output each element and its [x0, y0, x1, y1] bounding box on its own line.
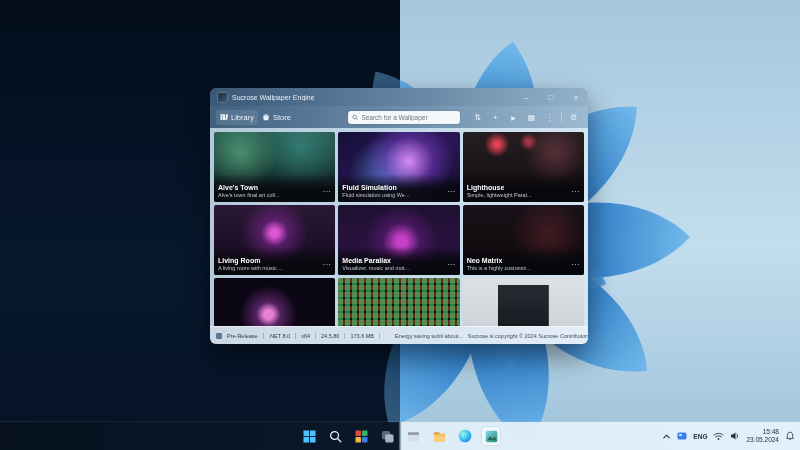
- wallpaper-card-lighthouse[interactable]: Lighthouse Simple, lightweight Paral... …: [463, 132, 584, 202]
- taskbar-center-icons: [300, 422, 500, 450]
- status-memory-usage: 173.6 MB: [350, 333, 380, 339]
- notification-bell-icon[interactable]: [785, 431, 795, 441]
- search-input[interactable]: [361, 114, 456, 121]
- window-titlebar: Sucrose Wallpaper Engine – □ ×: [210, 88, 588, 106]
- app-window-icon: [407, 430, 420, 443]
- tab-library[interactable]: Library: [216, 110, 258, 125]
- status-copyright: Sucrose is copyright © 2024 Sucrose Cont…: [468, 333, 588, 339]
- file-explorer-icon: [433, 430, 446, 443]
- status-release-channel: Pre-Release: [227, 333, 264, 339]
- tray-time: 15:48: [746, 428, 779, 436]
- layout-button[interactable]: ▦: [523, 109, 540, 125]
- widgets-icon: [355, 430, 368, 443]
- maximize-button[interactable]: □: [541, 88, 561, 106]
- search-icon: [329, 430, 342, 443]
- toolbar-divider: [561, 112, 562, 122]
- card-label-overlay: Alve's Town Alve's town final art coll..…: [214, 174, 335, 202]
- app-window-button[interactable]: [404, 427, 422, 445]
- windows-start-icon: [303, 430, 316, 443]
- card-subtitle: Visualizer, music and mot...: [342, 265, 409, 272]
- card-label-overlay: Media Parallax Visualizer, music and mot…: [338, 247, 459, 275]
- wallpaper-card-fluid-simulation[interactable]: Fluid Simulation Fluid simulation using …: [338, 132, 459, 202]
- edge-icon: [458, 429, 472, 443]
- window-statusbar: Pre-Release .NET 8.0 x64 24.5.80 173.6 M…: [210, 326, 588, 344]
- card-subtitle: Simple, lightweight Paral...: [467, 192, 532, 199]
- tray-date: 23.05.2024: [746, 436, 779, 444]
- sucrose-app-taskbar-button[interactable]: [482, 427, 500, 445]
- status-architecture: x64: [301, 333, 316, 339]
- card-title: Alve's Town: [218, 184, 280, 193]
- play-button[interactable]: ▶: [505, 109, 522, 125]
- wallpaper-card-alves-town[interactable]: Alve's Town Alve's town final art coll..…: [214, 132, 335, 202]
- edge-browser-button[interactable]: [456, 427, 474, 445]
- card-label-overlay: Neo Matrix This is a highly customiz... …: [463, 247, 584, 275]
- wallpaper-card-jellyfish-partial[interactable]: [214, 278, 335, 326]
- card-subtitle: A living room with music ...: [218, 265, 283, 272]
- card-subtitle: Fluid simulation using We...: [342, 192, 409, 199]
- wallpaper-grid: Alve's Town Alve's town final art coll..…: [210, 128, 588, 326]
- card-title: Lighthouse: [467, 184, 532, 193]
- wallpaper-card-media-parallax[interactable]: Media Parallax Visualizer, music and mot…: [338, 205, 459, 275]
- card-label-overlay: Lighthouse Simple, lightweight Paral... …: [463, 174, 584, 202]
- taskbar: ENG 15:48 23.05.2024: [0, 422, 800, 450]
- window-title: Sucrose Wallpaper Engine: [232, 94, 511, 101]
- file-explorer-button[interactable]: [430, 427, 448, 445]
- network-wifi-icon[interactable]: [713, 431, 724, 441]
- wallpaper-card-living-room[interactable]: Living Room A living room with music ...…: [214, 205, 335, 275]
- add-wallpaper-button[interactable]: +: [487, 109, 504, 125]
- close-button[interactable]: ×: [566, 88, 586, 106]
- card-menu-icon[interactable]: ···: [323, 261, 332, 272]
- tray-chevron-up-icon[interactable]: [662, 432, 671, 441]
- task-view-icon: [381, 430, 394, 443]
- status-version: 24.5.80: [321, 333, 345, 339]
- card-menu-icon[interactable]: ···: [572, 188, 581, 199]
- card-title: Living Room: [218, 257, 283, 266]
- tray-app-icon[interactable]: [677, 431, 687, 441]
- card-title: Media Parallax: [342, 257, 409, 266]
- status-message: Energy saving subtl about...: [395, 333, 463, 339]
- card-title: Fluid Simulation: [342, 184, 409, 193]
- task-view-button[interactable]: [378, 427, 396, 445]
- card-menu-icon[interactable]: ···: [447, 188, 456, 199]
- settings-button[interactable]: ⚙: [565, 109, 582, 125]
- search-icon: [352, 114, 358, 121]
- start-button[interactable]: [300, 427, 318, 445]
- sucrose-app-window: Sucrose Wallpaper Engine – □ × Library S…: [210, 88, 588, 344]
- card-label-overlay: Living Room A living room with music ...…: [214, 247, 335, 275]
- card-menu-icon[interactable]: ···: [447, 261, 456, 272]
- wallpaper-card-neo-matrix[interactable]: Neo Matrix This is a highly customiz... …: [463, 205, 584, 275]
- more-options-button[interactable]: ⋮: [541, 109, 558, 125]
- wallpaper-card-periodic-table-partial[interactable]: [338, 278, 459, 326]
- taskbar-search-button[interactable]: [326, 427, 344, 445]
- app-logo-icon: [218, 93, 227, 102]
- tab-store-label: Store: [273, 113, 291, 122]
- library-icon: [220, 113, 228, 121]
- card-label-overlay: Fluid Simulation Fluid simulation using …: [338, 174, 459, 202]
- card-title: Neo Matrix: [467, 257, 531, 266]
- system-tray: ENG 15:48 23.05.2024: [662, 422, 795, 450]
- sucrose-app-icon: [485, 430, 498, 443]
- sort-button[interactable]: ⇅: [469, 109, 486, 125]
- tab-store[interactable]: Store: [258, 110, 295, 125]
- volume-icon[interactable]: [730, 431, 740, 441]
- wallpaper-search[interactable]: [348, 111, 460, 124]
- language-indicator[interactable]: ENG: [693, 433, 707, 440]
- prerelease-badge-icon: [216, 333, 222, 339]
- toolbar: ⇅ + ▶ ▦ ⋮ ⚙: [469, 109, 582, 125]
- widgets-button[interactable]: [352, 427, 370, 445]
- wallpaper-card-motherboard-partial[interactable]: [463, 278, 584, 326]
- minimize-button[interactable]: –: [516, 88, 536, 106]
- status-runtime: .NET 8.0: [269, 333, 297, 339]
- card-subtitle: This is a highly customiz...: [467, 265, 531, 272]
- store-bag-icon: [262, 113, 270, 121]
- card-menu-icon[interactable]: ···: [572, 261, 581, 272]
- tab-library-label: Library: [231, 113, 254, 122]
- card-menu-icon[interactable]: ···: [323, 188, 332, 199]
- taskbar-clock[interactable]: 15:48 23.05.2024: [746, 428, 779, 444]
- window-navbar: Library Store ⇅ + ▶ ▦ ⋮ ⚙: [210, 106, 588, 128]
- card-subtitle: Alve's town final art coll...: [218, 192, 280, 199]
